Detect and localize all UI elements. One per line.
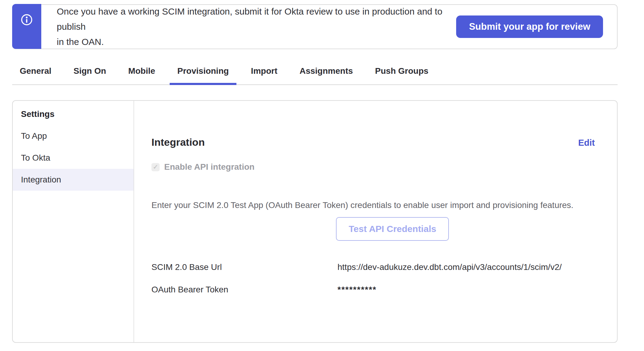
submit-app-for-review-button[interactable]: Submit your app for review xyxy=(456,15,603,38)
banner-message-line-1: Once you have a working SCIM integration… xyxy=(57,4,456,34)
info-icon xyxy=(20,13,33,26)
enable-api-integration-label: Enable API integration xyxy=(164,162,255,172)
sidebar-header-settings: Settings xyxy=(13,103,134,125)
scim-base-url-value: https://dev-adukuze.dev.dbt.com/api/v3/a… xyxy=(337,262,595,272)
oauth-bearer-token-label: OAuth Bearer Token xyxy=(151,285,337,295)
tab-import[interactable]: Import xyxy=(243,63,285,84)
test-credentials-row: Test API Credentials xyxy=(151,217,595,241)
tab-push-groups[interactable]: Push Groups xyxy=(368,63,436,84)
info-banner-accent xyxy=(12,4,41,49)
scim-base-url-label: SCIM 2.0 Base Url xyxy=(151,262,337,272)
oauth-bearer-token-value: ********** xyxy=(337,285,595,295)
settings-sidebar: Settings To App To Okta Integration xyxy=(13,101,134,342)
provisioning-panel: Settings To App To Okta Integration Inte… xyxy=(12,100,618,343)
tab-general[interactable]: General xyxy=(12,63,59,84)
integration-settings-main: Integration Edit ✓ Enable API integratio… xyxy=(134,101,617,342)
enable-api-integration-row: ✓ Enable API integration xyxy=(151,162,595,172)
credentials-description: Enter your SCIM 2.0 Test App (OAuth Bear… xyxy=(151,200,595,210)
section-title: Integration xyxy=(151,136,205,148)
scim-base-url-row: SCIM 2.0 Base Url https://dev-adukuze.de… xyxy=(151,262,595,272)
tab-provisioning[interactable]: Provisioning xyxy=(170,63,236,84)
sidebar-item-integration[interactable]: Integration xyxy=(13,169,134,191)
banner-message: Once you have a working SCIM integration… xyxy=(57,4,456,49)
tab-mobile[interactable]: Mobile xyxy=(121,63,163,84)
test-api-credentials-button[interactable]: Test API Credentials xyxy=(336,217,449,241)
tab-sign-on[interactable]: Sign On xyxy=(66,63,114,84)
app-tab-bar: General Sign On Mobile Provisioning Impo… xyxy=(12,63,618,85)
integration-header-row: Integration Edit xyxy=(151,136,595,148)
sidebar-item-to-app[interactable]: To App xyxy=(13,125,134,147)
oauth-bearer-token-row: OAuth Bearer Token ********** xyxy=(151,285,595,295)
tab-assignments[interactable]: Assignments xyxy=(292,63,361,84)
banner-message-line-2: in the OAN. xyxy=(57,34,456,49)
enable-api-integration-checkbox[interactable]: ✓ xyxy=(151,163,160,171)
info-banner: Once you have a working SCIM integration… xyxy=(12,4,618,49)
edit-link[interactable]: Edit xyxy=(578,138,595,148)
sidebar-item-to-okta[interactable]: To Okta xyxy=(13,147,134,169)
